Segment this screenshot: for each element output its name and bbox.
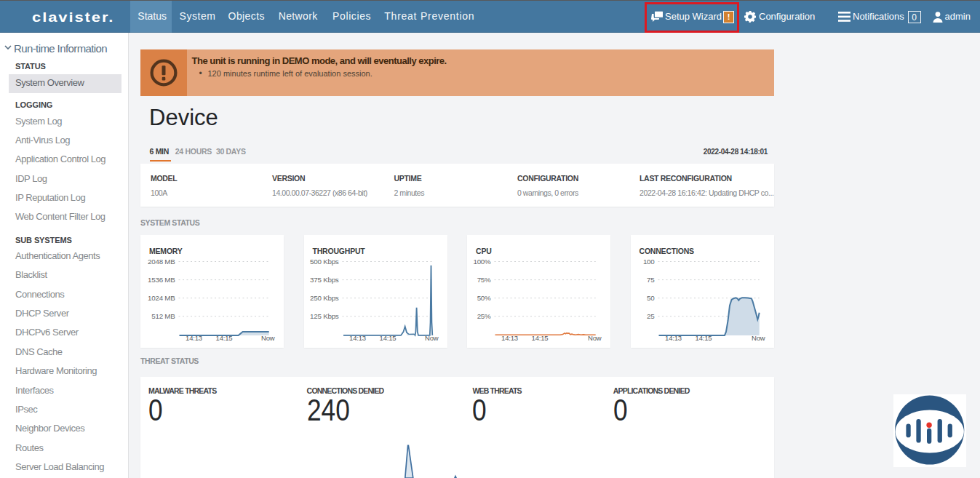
svg-text:512 MB: 512 MB bbox=[151, 312, 175, 320]
svg-text:1024 MB: 1024 MB bbox=[148, 294, 175, 302]
svg-text:Now: Now bbox=[751, 334, 765, 342]
svg-text:100%: 100% bbox=[473, 258, 491, 266]
svg-text:75: 75 bbox=[647, 276, 655, 284]
svg-text:2048 MB: 2048 MB bbox=[148, 258, 175, 266]
svg-text:125 Kbps: 125 Kbps bbox=[310, 312, 339, 320]
svg-text:50%: 50% bbox=[477, 294, 491, 302]
svg-text:25: 25 bbox=[647, 312, 655, 320]
svg-text:25%: 25% bbox=[477, 312, 491, 320]
svg-text:75%: 75% bbox=[477, 276, 491, 284]
svg-text:1536 MB: 1536 MB bbox=[148, 276, 175, 284]
svg-text:375 Kbps: 375 Kbps bbox=[310, 276, 339, 284]
svg-text:250 Kbps: 250 Kbps bbox=[310, 294, 339, 302]
svg-text:50: 50 bbox=[647, 294, 655, 302]
svg-text:500 Kbps: 500 Kbps bbox=[310, 258, 339, 266]
svg-text:Now: Now bbox=[261, 334, 275, 342]
svg-text:100: 100 bbox=[642, 258, 654, 266]
